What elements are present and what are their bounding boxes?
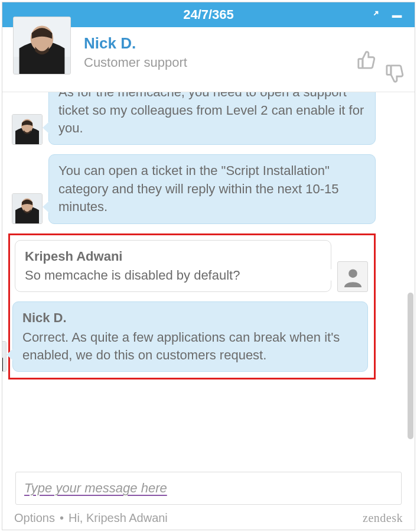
message-author: Nick D. [22, 309, 358, 327]
minimize-icon[interactable] [391, 10, 403, 20]
message-input[interactable]: Type your message here [15, 472, 402, 505]
message-row: Nick D. Correct. As quite a few applicat… [15, 301, 369, 372]
message-bubble: Kripesh Adwani So memcache is disabled b… [15, 240, 331, 293]
message-text: So memcache is disabled by default? [25, 268, 240, 283]
message-row: You can open a ticket in the "Script Ins… [12, 154, 409, 223]
agent-header: Nick D. Customer support [2, 27, 415, 92]
window-controls [370, 10, 403, 20]
title-bar-text: 24/7/365 [183, 7, 234, 22]
message-text: You can open a ticket in the "Script Ins… [58, 163, 338, 214]
scrollbar-thumb[interactable] [408, 293, 413, 439]
agent-name: Nick D. [84, 34, 187, 53]
svg-point-10 [348, 269, 357, 278]
agent-avatar-small [12, 193, 43, 224]
svg-rect-4 [359, 59, 363, 69]
chat-window: 24/7/365 Nick D. Cu [2, 2, 415, 530]
message-bubble: cPanel > Cachewall (that's now the tool … [48, 92, 376, 145]
footer: Options • Hi, Kripesh Adwani zendesk [2, 506, 415, 530]
rating-buttons [357, 50, 405, 72]
compose-area: Type your message here [2, 468, 415, 506]
options-link[interactable]: Options [14, 511, 55, 525]
svg-rect-5 [387, 66, 391, 75]
separator-dot: • [60, 511, 64, 525]
agent-avatar-small [12, 114, 43, 145]
highlight-annotation: Kripesh Adwani So memcache is disabled b… [8, 233, 376, 380]
message-row: cPanel > Cachewall (that's now the tool … [12, 92, 409, 145]
agent-info: Nick D. Customer support [84, 33, 187, 70]
message-text: cPanel > Cachewall (that's now the tool … [58, 92, 364, 135]
agent-avatar [13, 17, 71, 74]
input-placeholder: Type your message here [24, 481, 167, 495]
message-author: Kripesh Adwani [25, 248, 321, 265]
chat-body[interactable]: cPanel > Cachewall (that's now the tool … [2, 92, 415, 468]
scrollbar[interactable] [408, 91, 413, 458]
message-text: Correct. As quite a few applications can… [22, 330, 340, 362]
thumbs-up-icon[interactable] [357, 50, 377, 72]
brand-label: zendesk [363, 511, 403, 525]
agent-role: Customer support [84, 55, 187, 70]
message-bubble: You can open a ticket in the "Script Ins… [48, 154, 376, 223]
thumbs-down-icon[interactable] [385, 50, 405, 72]
footer-greeting: Hi, Kripesh Adwani [69, 511, 168, 525]
agent-avatar-small [2, 341, 6, 372]
message-bubble: Nick D. Correct. As quite a few applicat… [12, 301, 368, 372]
svg-rect-0 [392, 15, 402, 18]
message-row: Kripesh Adwani So memcache is disabled b… [15, 240, 369, 293]
user-avatar [337, 261, 368, 292]
popout-icon[interactable] [370, 10, 379, 20]
